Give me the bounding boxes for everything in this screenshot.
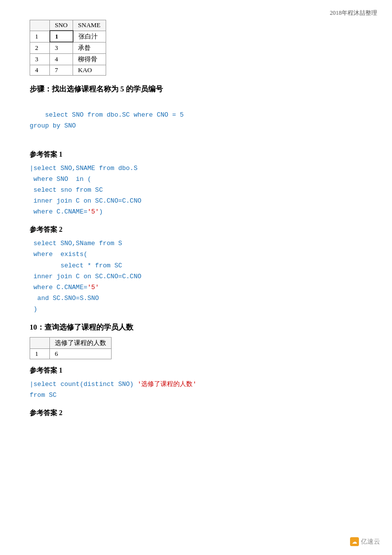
ref2-code-blue: select SNO,SName from S where exists( se… (30, 240, 141, 313)
ref1-code-blue: |select SNO,SNAME from dbo.S where SNO i… (30, 165, 141, 215)
table-cell-rownum: 1 (30, 31, 50, 42)
table-cell: 4 (50, 53, 73, 65)
table-cell-rownum: 2 (30, 42, 50, 53)
step9-code-blue: select SNO from dbo.SC where CNO = 5 gro… (30, 111, 184, 129)
section10-title: 10：查询选修了课程的学员人数 (30, 323, 362, 332)
table-cell: KAO (73, 65, 106, 75)
ref10-1-title: 参考答案 1 (30, 366, 362, 375)
logo-icon: ☁ (350, 537, 359, 546)
table-row: 1 6 (30, 349, 112, 359)
step9-title: 步骤：找出选修课程名称为 5 的学员编号 (30, 85, 362, 94)
result-col-header-count: 选修了课程的人数 (50, 338, 112, 349)
table-cell: 1 (50, 31, 73, 42)
table-cell: 7 (50, 65, 73, 75)
step9-code: select SNO from dbo.SC where CNO = 5 gro… (30, 99, 362, 142)
table-row: 23承昝 (30, 42, 106, 53)
ref2-code: select SNO,SName from S where exists( se… (30, 238, 362, 315)
ref10-2-title: 参考答案 2 (30, 409, 362, 418)
col-header-sname: SNAME (73, 20, 106, 31)
ref1-title: 参考答案 1 (30, 150, 362, 159)
page: 2018年程沐喆整理 SNO SNAME 11张白汁23承昝34柳得骨47KAO… (0, 0, 392, 555)
table-cell-rownum: 4 (30, 65, 50, 75)
footer-logo: ☁ 亿速云 (350, 537, 380, 546)
table-cell: 承昝 (73, 42, 106, 53)
table-row: 34柳得骨 (30, 53, 106, 65)
table-cell-rownum: 1 (30, 349, 50, 359)
ref10-1-code: |select count(distinct SNO) '选修了课程的人数' f… (30, 379, 362, 401)
table-cell-count: 6 (50, 349, 112, 359)
col-header-row-num (30, 20, 50, 31)
table-row: 47KAO (30, 65, 106, 75)
table-cell: 3 (50, 42, 73, 53)
header-watermark: 2018年程沐喆整理 (330, 9, 377, 17)
ref10-1-code-blue: |select count(distinct SNO) '选修了课程的人数' f… (30, 381, 196, 399)
ref2-title: 参考答案 2 (30, 225, 362, 234)
table-cell: 张白汁 (73, 31, 106, 42)
table-cell-rownum: 3 (30, 53, 50, 65)
result-table10: 选修了课程的人数 1 6 (30, 337, 362, 359)
table-cell: 柳得骨 (73, 53, 106, 65)
top-table: SNO SNAME 11张白汁23承昝34柳得骨47KAO (30, 20, 362, 76)
logo-text: 亿速云 (361, 537, 380, 546)
table-row: 11张白汁 (30, 31, 106, 42)
col-header-sno: SNO (50, 20, 73, 31)
result-col-header-rownum (30, 338, 50, 349)
ref1-code: |select SNO,SNAME from dbo.S where SNO i… (30, 163, 362, 217)
